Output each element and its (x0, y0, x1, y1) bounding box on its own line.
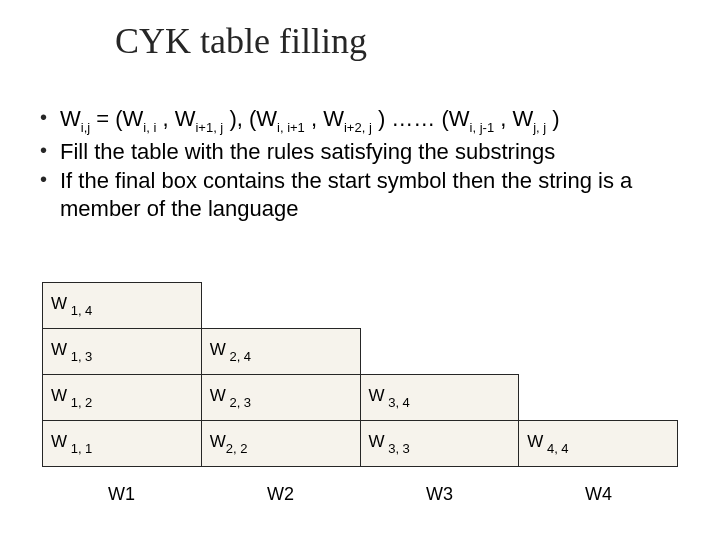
table-row: W 1, 1 W2, 2 W 3, 3 W 4, 4 (43, 421, 678, 467)
slide: CYK table filling Wi,j = (Wi, i , Wi+1, … (0, 0, 720, 540)
token-labels: W1 W2 W3 W4 (42, 478, 678, 506)
slide-title: CYK table filling (115, 20, 367, 62)
token-w4: W4 (519, 478, 678, 506)
cell-1-2: W 1, 2 (43, 375, 202, 421)
cell-4-4: W 4, 4 (519, 421, 678, 467)
token-w3: W3 (360, 478, 519, 506)
table-row: W 1, 2 W 2, 3 W 3, 4 (43, 375, 678, 421)
cyk-table: W 1, 4 W 1, 3 W 2, 4 W 1, 2 W 2, 3 W 3, … (42, 282, 678, 467)
table-row: W 1, 4 (43, 283, 678, 329)
cell-1-4: W 1, 4 (43, 283, 202, 329)
cell-2-3: W 2, 3 (201, 375, 360, 421)
token-w1: W1 (42, 478, 201, 506)
bullet-3: If the final box contains the start symb… (36, 167, 684, 222)
cell-2-4: W 2, 4 (201, 329, 360, 375)
token-w2: W2 (201, 478, 360, 506)
bullet-2: Fill the table with the rules satisfying… (36, 138, 684, 166)
bullet-list: Wi,j = (Wi, i , Wi+1, j ), (Wi, i+1 , Wi… (36, 105, 684, 224)
table-row: W 1, 3 W 2, 4 (43, 329, 678, 375)
cell-2-2: W2, 2 (201, 421, 360, 467)
cell-1-3: W 1, 3 (43, 329, 202, 375)
cell-3-3: W 3, 3 (360, 421, 519, 467)
cell-1-1: W 1, 1 (43, 421, 202, 467)
bullet-1: Wi,j = (Wi, i , Wi+1, j ), (Wi, i+1 , Wi… (36, 105, 684, 136)
b1-text: Wi,j = (Wi, i , Wi+1, j ), (Wi, i+1 , Wi… (60, 106, 560, 131)
cell-3-4: W 3, 4 (360, 375, 519, 421)
